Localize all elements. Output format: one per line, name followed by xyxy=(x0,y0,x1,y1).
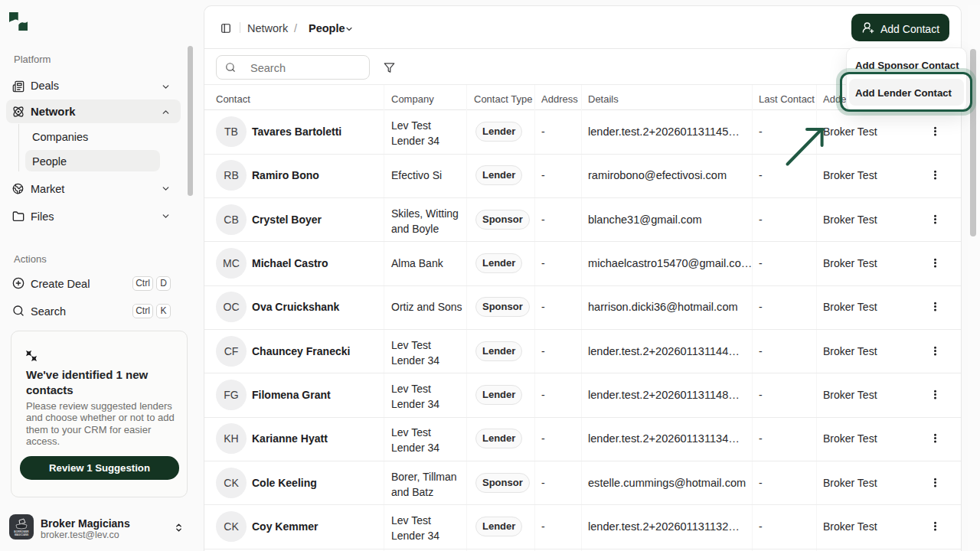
svg-text:MAGICIANS: MAGICIANS xyxy=(15,533,28,536)
